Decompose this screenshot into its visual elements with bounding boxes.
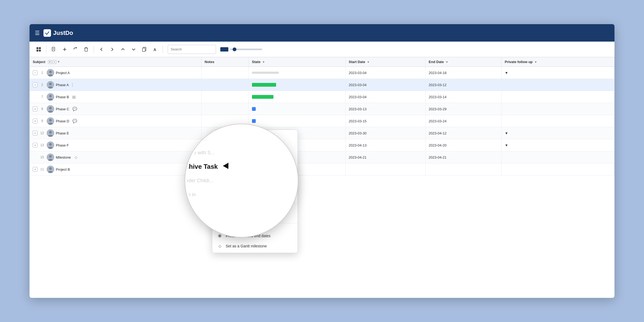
avatar bbox=[47, 153, 54, 161]
arrow-down-button[interactable] bbox=[129, 45, 138, 54]
end-date-cell: 2023-04-18 bbox=[425, 67, 501, 79]
arrow-left-button[interactable] bbox=[97, 45, 106, 54]
ctx-zoom-in[interactable]: Zoom in bbox=[212, 182, 298, 193]
end-date-cell bbox=[425, 163, 501, 175]
ctx-archive-task[interactable]: Archive Task bbox=[212, 162, 298, 172]
context-menu: ing Task Add to favo... Remove with S...… bbox=[212, 130, 298, 253]
add-button[interactable] bbox=[60, 45, 69, 54]
avatar bbox=[47, 117, 54, 125]
zoom-icon bbox=[217, 185, 222, 190]
filter-end-date-icon[interactable]: ▼ bbox=[445, 60, 448, 64]
subject-cell: + 11 Project B bbox=[30, 163, 201, 175]
filter-subject-icon[interactable]: ▼ bbox=[57, 60, 60, 64]
collapse-row-icon[interactable]: − bbox=[33, 70, 38, 75]
filter-state-icon[interactable]: ▼ bbox=[262, 60, 265, 64]
ctx-set-milestone-label: Set as a Gantt milestone bbox=[226, 244, 267, 248]
arrow-right-button[interactable] bbox=[107, 45, 117, 54]
start-date-cell: 2023-04-13 bbox=[345, 139, 425, 151]
private-follow-up-cell bbox=[502, 163, 614, 175]
table-row: 7 Phase B ▤ 2023-03-04 2023-03-14 bbox=[30, 91, 614, 103]
subject-cell: + 9 Phase D 💬 bbox=[30, 115, 201, 127]
subject-cell: + 2 Phase A ⋮ bbox=[30, 79, 201, 91]
ctx-meeting-label: ...eeting bbox=[226, 196, 239, 200]
ctx-set-project-label: Set as a Project bbox=[226, 215, 252, 219]
star-icon bbox=[217, 144, 222, 149]
ctx-remove-subtree[interactable]: Remove with S... bbox=[212, 152, 298, 162]
table-row: + 11 Project B bbox=[30, 163, 614, 175]
logo: JustDo bbox=[43, 29, 73, 37]
end-date-cell: 2023-03-12 bbox=[425, 79, 501, 91]
start-date-cell: 2023-03-04 bbox=[345, 91, 425, 103]
expand-row-icon[interactable]: + bbox=[33, 107, 38, 111]
new-doc-button[interactable] bbox=[49, 45, 59, 54]
logo-check-icon bbox=[43, 29, 51, 37]
main-content: Subject + − ▼ Notes bbox=[30, 57, 614, 298]
milestone-diamond-icon: ◇ bbox=[75, 155, 78, 159]
subject-cell: + 8 Phase C 💬 bbox=[30, 103, 201, 115]
search-input[interactable] bbox=[171, 47, 213, 51]
reorder-icon bbox=[217, 175, 222, 180]
svg-rect-9 bbox=[85, 48, 87, 51]
private-follow-up-cell bbox=[502, 151, 614, 163]
subject-cell: 7 Phase B ▤ bbox=[30, 91, 201, 103]
expand-row-icon[interactable]: + bbox=[33, 143, 38, 148]
col-header-start-date: Start Date ▼ bbox=[345, 57, 425, 67]
toolbar-separator-2 bbox=[94, 46, 94, 53]
submenu-arrow-icon: ▶ bbox=[290, 175, 293, 180]
redo-button[interactable] bbox=[71, 45, 80, 54]
table-row: + 2 Phase A ⋮ 2023-03-04 bbox=[30, 79, 614, 91]
start-date-cell: 2023-03-04 bbox=[345, 67, 425, 79]
svg-rect-57 bbox=[218, 197, 221, 199]
ctx-add-favorites[interactable]: Add to favo... bbox=[212, 142, 298, 152]
font-button[interactable]: A bbox=[150, 45, 160, 54]
archive-icon bbox=[217, 164, 222, 170]
state-cell bbox=[248, 103, 345, 115]
state-cell bbox=[248, 91, 345, 103]
table-row: + 12 Phase E 2023-03-30 2023-04-12 bbox=[30, 127, 614, 139]
avatar bbox=[47, 166, 54, 173]
table-row: + 8 Phase C 💬 2023-03-13 bbox=[30, 103, 614, 115]
collapse-all-icon[interactable]: − bbox=[53, 60, 56, 64]
col-header-subject: Subject + − ▼ bbox=[30, 57, 201, 67]
notes-cell bbox=[201, 115, 248, 127]
svg-marker-43 bbox=[218, 145, 222, 148]
col-header-end-date: End Date ▼ bbox=[425, 57, 501, 67]
avatar bbox=[47, 81, 54, 89]
ctx-freeze-dates[interactable]: Freeze start and end dates bbox=[212, 231, 298, 241]
svg-point-19 bbox=[49, 83, 52, 85]
delete-button[interactable] bbox=[81, 45, 91, 54]
grid-view-button[interactable] bbox=[34, 45, 43, 54]
ctx-set-milestone[interactable]: ◇ Set as a Gantt milestone bbox=[212, 241, 298, 251]
private-follow-up-cell bbox=[502, 103, 614, 115]
row-context-menu-icon[interactable]: ⋮ bbox=[70, 82, 75, 87]
start-date-cell: 2023-03-30 bbox=[345, 127, 425, 139]
state-cell bbox=[248, 79, 345, 91]
expand-row-icon[interactable]: + bbox=[33, 131, 38, 136]
notes-cell bbox=[201, 91, 248, 103]
end-date-cell: 2023-03-14 bbox=[425, 91, 501, 103]
svg-point-40 bbox=[49, 167, 52, 170]
zoom-bar[interactable] bbox=[230, 49, 262, 50]
ctx-meeting[interactable]: ...eeting bbox=[212, 193, 298, 203]
ctx-set-project[interactable]: Set as a Project bbox=[212, 212, 298, 222]
expand-row-icon[interactable]: + bbox=[33, 167, 38, 172]
expand-row-icon[interactable]: + bbox=[33, 119, 38, 123]
end-date-cell: 2023-03-24 bbox=[425, 115, 501, 127]
filter-private-icon[interactable]: ▼ bbox=[534, 60, 537, 64]
ctx-creating-task[interactable]: ing Task bbox=[212, 131, 298, 142]
ctx-divider-1 bbox=[212, 204, 298, 204]
search-box bbox=[168, 45, 216, 54]
copy-button[interactable] bbox=[140, 45, 149, 54]
svg-point-37 bbox=[49, 155, 52, 158]
private-follow-up-cell: ▼ bbox=[502, 139, 614, 151]
ctx-reorder-children[interactable]: Reorder Childr... ▶ bbox=[212, 172, 298, 182]
svg-point-22 bbox=[49, 95, 52, 97]
svg-line-54 bbox=[221, 188, 222, 189]
expand-row-icon[interactable]: + bbox=[33, 82, 38, 87]
filter-start-date-icon[interactable]: ▼ bbox=[367, 60, 370, 64]
meeting-icon bbox=[217, 195, 222, 200]
expand-all-icon[interactable]: + bbox=[48, 60, 52, 64]
arrow-up-button[interactable] bbox=[118, 45, 128, 54]
hamburger-icon[interactable]: ☰ bbox=[35, 30, 40, 36]
subject-cell: + 12 Phase E bbox=[30, 127, 201, 139]
